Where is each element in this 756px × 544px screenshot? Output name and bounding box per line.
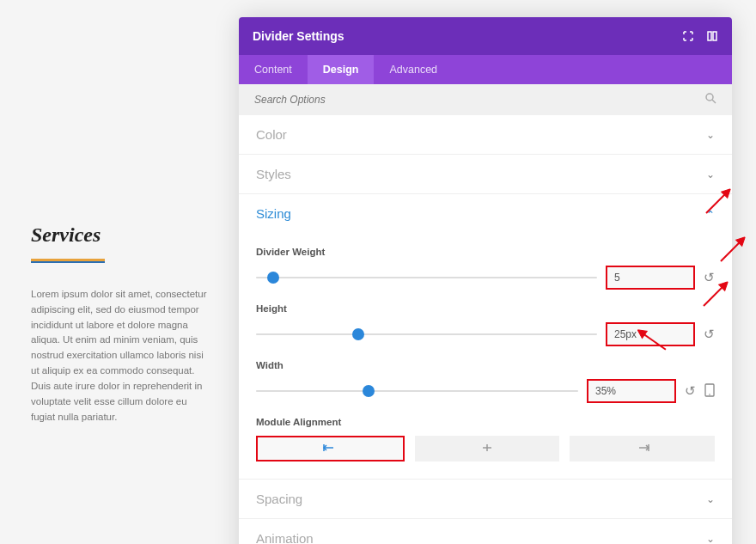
preview-body: Lorem ipsum dolor sit amet, consectetur … bbox=[31, 287, 211, 425]
svg-point-5 bbox=[709, 394, 710, 395]
snap-icon[interactable] bbox=[706, 30, 718, 42]
section-animation[interactable]: Animation ⌄ bbox=[239, 519, 732, 544]
tab-advanced[interactable]: Advanced bbox=[374, 55, 453, 84]
expand-icon[interactable] bbox=[682, 30, 694, 42]
section-label: Sizing bbox=[256, 206, 291, 221]
search-input[interactable] bbox=[254, 94, 384, 106]
preview-divider bbox=[31, 259, 105, 263]
tab-bar: Content Design Advanced bbox=[239, 55, 732, 84]
align-left-button[interactable] bbox=[256, 436, 405, 461]
field-label: Module Alignment bbox=[256, 417, 715, 427]
svg-line-3 bbox=[712, 100, 716, 103]
chevron-down-icon: ⌄ bbox=[706, 493, 715, 505]
slider-thumb[interactable] bbox=[267, 272, 279, 284]
reset-icon[interactable]: ↺ bbox=[685, 383, 696, 399]
section-color[interactable]: Color ⌄ bbox=[239, 115, 732, 154]
slider-thumb[interactable] bbox=[363, 385, 375, 397]
field-width: Width ↺ bbox=[256, 360, 715, 403]
chevron-down-icon: ⌄ bbox=[706, 533, 715, 545]
height-input[interactable] bbox=[606, 322, 695, 346]
field-label: Divider Weight bbox=[256, 247, 715, 257]
section-label: Animation bbox=[256, 531, 314, 544]
slider-thumb[interactable] bbox=[352, 328, 364, 340]
width-input[interactable] bbox=[587, 379, 676, 403]
search-row bbox=[239, 84, 732, 115]
align-right-icon bbox=[636, 443, 649, 455]
section-label: Color bbox=[256, 127, 287, 142]
field-label: Height bbox=[256, 303, 715, 314]
modal-title: Divider Settings bbox=[253, 29, 344, 43]
reset-icon[interactable]: ↺ bbox=[704, 270, 715, 285]
chevron-down-icon: ⌄ bbox=[706, 129, 715, 141]
chevron-up-icon: ⌄ bbox=[706, 208, 715, 220]
svg-rect-1 bbox=[713, 32, 716, 40]
field-divider-weight: Divider Weight ↺ bbox=[256, 247, 715, 290]
section-sizing[interactable]: Sizing ⌄ bbox=[239, 194, 732, 233]
section-spacing[interactable]: Spacing ⌄ bbox=[239, 480, 732, 518]
align-left-icon bbox=[323, 443, 337, 455]
divider-settings-modal: Divider Settings Content Design Advanced bbox=[239, 17, 732, 544]
modal-header: Divider Settings bbox=[239, 17, 732, 55]
section-styles[interactable]: Styles ⌄ bbox=[239, 155, 732, 193]
svg-point-2 bbox=[706, 94, 713, 101]
content-preview: Services Lorem ipsum dolor sit amet, con… bbox=[0, 0, 239, 544]
svg-marker-15 bbox=[736, 234, 748, 246]
divider-weight-slider[interactable] bbox=[256, 272, 597, 284]
align-right-button[interactable] bbox=[570, 436, 715, 461]
modal-body: Color ⌄ Styles ⌄ Sizing ⌄ Divider Weight bbox=[239, 115, 732, 544]
field-height: Height ↺ bbox=[256, 303, 715, 346]
divider-weight-input[interactable] bbox=[606, 266, 695, 290]
responsive-icon[interactable] bbox=[704, 383, 715, 400]
section-label: Styles bbox=[256, 167, 291, 181]
reset-icon[interactable]: ↺ bbox=[704, 327, 715, 342]
chevron-down-icon: ⌄ bbox=[706, 168, 715, 180]
field-label: Width bbox=[256, 360, 715, 370]
tab-design[interactable]: Design bbox=[308, 55, 375, 84]
section-label: Spacing bbox=[256, 492, 302, 506]
field-module-alignment: Module Alignment bbox=[256, 417, 715, 461]
preview-heading: Services bbox=[31, 223, 211, 247]
search-icon[interactable] bbox=[705, 93, 716, 107]
height-slider[interactable] bbox=[256, 328, 597, 340]
svg-rect-0 bbox=[708, 32, 711, 40]
width-slider[interactable] bbox=[256, 385, 578, 397]
align-center-icon bbox=[480, 443, 494, 455]
tab-content[interactable]: Content bbox=[239, 55, 308, 84]
align-center-button[interactable] bbox=[415, 436, 560, 461]
